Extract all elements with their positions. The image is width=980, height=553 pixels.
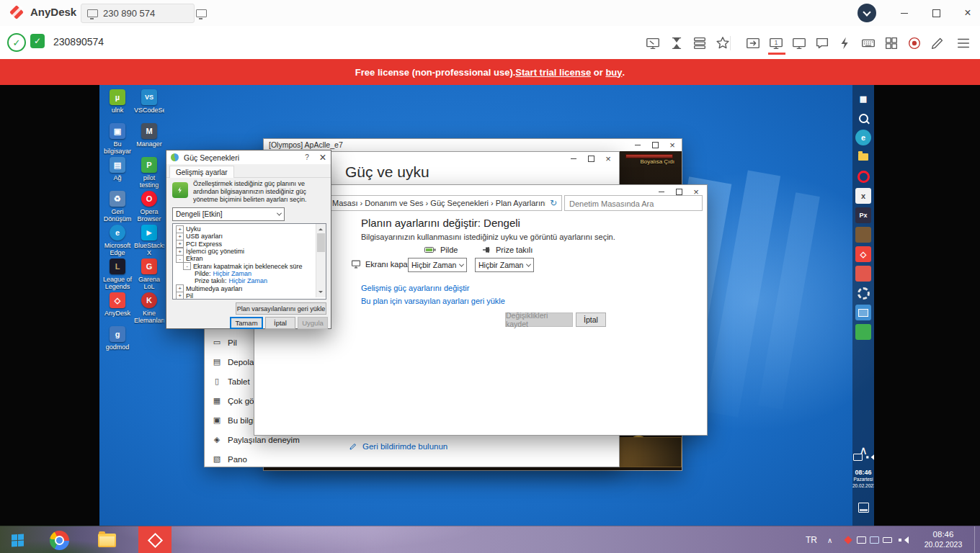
desktop-icon-manager[interactable]: MManager bbox=[134, 123, 164, 148]
scrollbar[interactable] bbox=[316, 224, 326, 297]
sidebar-item-shared-experiences[interactable]: ◈Paylaşılan deneyimler bbox=[212, 435, 331, 444]
close-button[interactable] bbox=[666, 140, 679, 150]
scroll-down-icon[interactable] bbox=[318, 291, 323, 295]
new-session-monitor-icon[interactable] bbox=[643, 34, 662, 53]
address-book-icon[interactable] bbox=[690, 34, 709, 53]
cancel-button[interactable]: İptal bbox=[265, 317, 295, 329]
tree-item-plugged-in-value[interactable]: Prize takılı:Hiçbir Zaman bbox=[173, 277, 326, 284]
pending-sessions-hourglass-icon[interactable] bbox=[667, 34, 686, 53]
keyboard-icon[interactable] bbox=[859, 34, 878, 53]
anydesk-tray-icon[interactable] bbox=[843, 535, 853, 545]
scrollbar-thumb[interactable] bbox=[317, 233, 325, 252]
monitors-icon[interactable] bbox=[790, 34, 808, 53]
px-app-taskbar-icon[interactable]: Px bbox=[855, 207, 871, 223]
app-x-taskbar-icon[interactable]: x bbox=[855, 188, 871, 204]
help-button[interactable]: ? bbox=[299, 151, 315, 163]
volume-icon[interactable] bbox=[898, 535, 908, 545]
window-close-button[interactable] bbox=[952, 0, 980, 26]
scroll-up-icon[interactable] bbox=[318, 226, 323, 230]
active-monitor-icon[interactable]: 1 bbox=[767, 34, 785, 53]
anydesk-titlebar[interactable]: AnyDesk 230 890 574 bbox=[0, 0, 980, 27]
account-menu-button[interactable] bbox=[858, 4, 876, 22]
restore-defaults-link[interactable]: Bu plan için varsayılan ayarları geri yü… bbox=[361, 297, 505, 305]
session-tab[interactable]: 230 890 574 bbox=[81, 4, 195, 23]
apply-button[interactable]: Uygula bbox=[298, 317, 328, 329]
opera-taskbar-icon[interactable] bbox=[855, 168, 871, 184]
desktop-icon-league-of-legends[interactable]: LLeague of Legends bbox=[102, 258, 133, 290]
remote-screen[interactable]: µulnk VSVSCodeSetu... ▣Bu bilgisayar MMa… bbox=[99, 85, 874, 526]
search-button[interactable] bbox=[855, 110, 871, 126]
taskbar-explorer-icon[interactable] bbox=[92, 526, 121, 553]
actions-lightning-icon[interactable] bbox=[836, 34, 855, 53]
remote-tray-icons-row[interactable] bbox=[852, 454, 874, 461]
tree-item-on-battery-value[interactable]: Pilde:Hiçbir Zaman bbox=[173, 270, 326, 277]
cancel-button[interactable]: İptal bbox=[576, 313, 606, 327]
feedback-link[interactable]: Geri bildirimde bulunun bbox=[349, 442, 447, 451]
tree-item-screen-off-timeout[interactable]: -Ekranı kapatmak için beklenecek süre bbox=[173, 262, 326, 269]
dialog-titlebar[interactable]: Güç Seçenekleri ? bbox=[166, 150, 331, 164]
maximize-button[interactable] bbox=[584, 154, 597, 163]
desktop-icon-kine[interactable]: KKine Elemanları bbox=[134, 292, 164, 324]
taskbar-anydesk-icon[interactable] bbox=[138, 526, 172, 553]
whiteboard-pen-icon[interactable] bbox=[928, 34, 947, 53]
minimize-button[interactable] bbox=[567, 154, 580, 163]
desktop-icon-edge[interactable]: eMicrosoft Edge bbox=[102, 225, 133, 256]
display-app-taskbar-icon[interactable] bbox=[855, 305, 871, 320]
refresh-button[interactable] bbox=[545, 195, 562, 211]
advanced-settings-tree[interactable]: +Uyku +USB ayarları +PCI Express +İşlemc… bbox=[172, 223, 326, 300]
chat-icon[interactable] bbox=[813, 34, 832, 53]
tree-item-sleep[interactable]: +Uyku bbox=[173, 225, 326, 233]
restore-plan-defaults-button[interactable]: Plan varsayılanlarını geri yükle bbox=[236, 302, 326, 315]
task-view-button[interactable]: ▦ bbox=[855, 91, 871, 107]
display-tray-icon[interactable] bbox=[869, 535, 879, 545]
tree-item-processor[interactable]: +İşlemci güç yönetimi bbox=[173, 248, 326, 255]
tree-item-battery[interactable]: +Pil bbox=[173, 292, 326, 300]
taskbar-clock[interactable]: 08:46 20.02.2023 bbox=[921, 529, 966, 552]
green-app-taskbar-icon[interactable] bbox=[855, 324, 871, 340]
media-app-taskbar-icon[interactable] bbox=[855, 266, 871, 282]
record-session-icon[interactable] bbox=[905, 34, 924, 53]
advanced-power-settings-link[interactable]: Gelişmiş güç ayarlarını değiştir bbox=[361, 284, 469, 292]
desktop-icon-godmod[interactable]: ggodmod bbox=[102, 326, 133, 351]
screen-off-battery-select[interactable]: Hiçbir Zaman bbox=[408, 258, 467, 272]
start-trial-link[interactable]: Start trial license bbox=[515, 67, 591, 78]
remote-monitor-tray-icon[interactable] bbox=[856, 535, 866, 545]
game-app-taskbar-icon[interactable] bbox=[855, 227, 871, 243]
control-panel-search[interactable] bbox=[564, 195, 703, 211]
desktop-icon-opera[interactable]: OOpera Browser bbox=[134, 191, 164, 222]
language-indicator[interactable]: TR bbox=[806, 526, 817, 553]
maximize-button[interactable] bbox=[649, 140, 662, 150]
tree-item-pci[interactable]: +PCI Express bbox=[173, 240, 326, 248]
remote-action-center-icon[interactable] bbox=[858, 503, 869, 513]
desktop-icon-vscode-setup[interactable]: VSVSCodeSetu... bbox=[134, 89, 164, 114]
close-button[interactable] bbox=[315, 151, 331, 163]
taskbar-chrome-icon[interactable] bbox=[45, 526, 74, 553]
remote-clock[interactable]: 08:46 Pazartesi 20.02.2023 bbox=[852, 469, 874, 489]
buy-link[interactable]: buy bbox=[605, 67, 622, 78]
window-minimize-button[interactable] bbox=[888, 0, 920, 26]
ok-button[interactable]: Tamam bbox=[230, 317, 263, 329]
tray-expand-chevron[interactable]: ∧ bbox=[827, 526, 832, 553]
tree-item-multimedia[interactable]: +Multimedya ayarları bbox=[173, 284, 326, 292]
file-explorer-taskbar-icon[interactable] bbox=[855, 149, 871, 165]
close-button[interactable] bbox=[602, 154, 615, 163]
desktop-icon-pilot-testing[interactable]: Ppilot testing bbox=[134, 157, 164, 189]
sidebar-item-clipboard[interactable]: ▧Pano bbox=[212, 454, 331, 464]
desktop-icon-recycle-bin[interactable]: ♻Geri Dönüşüm bbox=[102, 191, 133, 222]
anydesk-taskbar-icon[interactable]: ◇ bbox=[855, 246, 871, 262]
window-maximize-button[interactable] bbox=[920, 0, 952, 26]
menu-icon[interactable] bbox=[954, 34, 973, 53]
desktop-icon-bluestacks[interactable]: ▶BlueStacks X bbox=[134, 225, 164, 256]
desktop-icon-anydesk[interactable]: ◇AnyDesk bbox=[102, 292, 133, 317]
search-input[interactable] bbox=[565, 196, 708, 212]
touch-keyboard-icon[interactable] bbox=[882, 535, 892, 545]
minimize-button[interactable] bbox=[631, 140, 644, 150]
edge-taskbar-icon[interactable]: e bbox=[855, 130, 871, 145]
tree-item-usb[interactable]: +USB ayarları bbox=[173, 233, 326, 240]
power-plan-combo[interactable]: Dengeli [Etkin] bbox=[172, 207, 285, 221]
desktop-icon-network[interactable]: ▤Ağ bbox=[102, 157, 133, 181]
show-desktop-button[interactable] bbox=[974, 526, 980, 553]
new-session-tab-button[interactable] bbox=[196, 7, 207, 20]
settings-taskbar-icon[interactable] bbox=[855, 285, 871, 301]
permissions-grid-icon[interactable] bbox=[882, 34, 901, 53]
